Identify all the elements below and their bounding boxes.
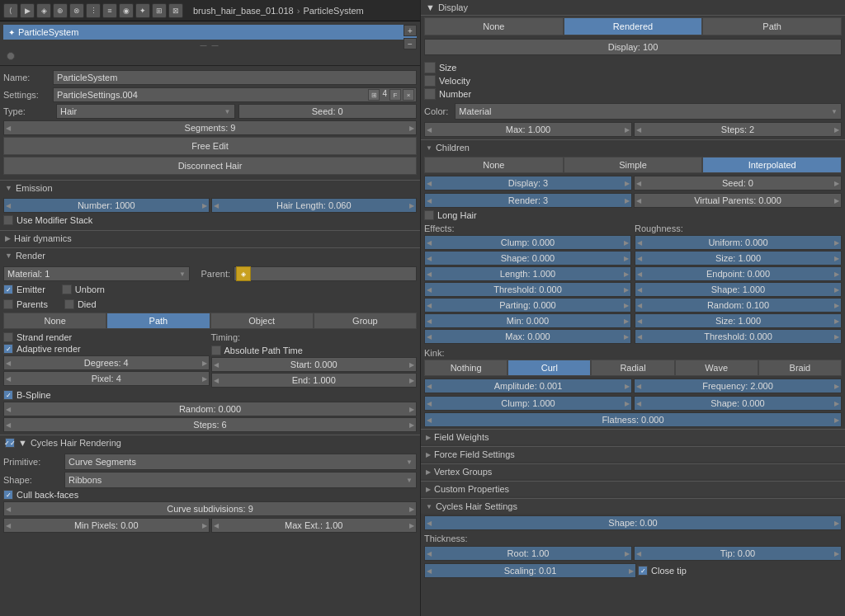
length-field[interactable]: ◀ Length: 1.000 ▶ <box>424 266 631 281</box>
render-tab-none[interactable]: None <box>3 313 106 329</box>
parents-cb[interactable] <box>3 299 13 309</box>
children-tab-interpolated[interactable]: Interpolated <box>702 157 842 173</box>
parting-field[interactable]: ◀ Parting: 0.000 ▶ <box>424 298 631 313</box>
k-shape-field[interactable]: ◀ Shape: 0.000 ▶ <box>634 396 842 411</box>
field-weights-header[interactable]: Field Weights <box>421 429 845 444</box>
shape-dropdown[interactable]: Ribbons ▼ <box>64 472 417 488</box>
uniform-field[interactable]: ◀ Uniform: 0.000 ▶ <box>635 235 842 250</box>
bspline-cb[interactable] <box>3 390 13 400</box>
settings-field[interactable]: ParticleSettings.004 ⊞ 4 F × <box>53 87 417 102</box>
flatness-field[interactable]: ◀ Flatness: 0.000 ▶ <box>424 412 842 427</box>
unborn-cb[interactable] <box>62 284 72 294</box>
adaptive-render-cb[interactable] <box>3 344 13 354</box>
toolbar-icon-11[interactable]: ⊠ <box>168 3 183 18</box>
min-pixels-field[interactable]: ◀ Min Pixels: 0.00 ▶ <box>3 518 210 533</box>
render-tab-path[interactable]: Path <box>106 313 210 329</box>
cycles-header[interactable]: ✓ ▼ Cycles Hair Rendering <box>0 435 420 450</box>
max-field[interactable]: ◀ Max: 1.000 ▶ <box>424 122 632 137</box>
min-field[interactable]: ◀ Min: 0.000 ▶ <box>424 313 631 328</box>
close-tip-cb[interactable] <box>638 566 648 576</box>
use-modifier-stack-cb[interactable] <box>3 215 13 225</box>
steps-field-r[interactable]: ◀ Steps: 2 ▶ <box>634 122 842 137</box>
toolbar-icon-7[interactable]: ≡ <box>102 3 117 18</box>
toolbar-icon-3[interactable]: ◈ <box>36 3 51 18</box>
k-clump-field[interactable]: ◀ Clump: 1.000 ▶ <box>424 396 632 411</box>
toolbar-icon-2[interactable]: ▶ <box>20 3 35 18</box>
children-tab-none[interactable]: None <box>424 157 564 173</box>
kink-tab-radial[interactable]: Radial <box>591 360 674 376</box>
died-cb[interactable] <box>64 299 74 309</box>
cycles-enabled-cb[interactable]: ✓ <box>5 438 15 448</box>
emission-header[interactable]: ▼ Emission <box>0 180 420 195</box>
custom-properties-header[interactable]: Custom Properties <box>421 481 845 496</box>
velocity-cb[interactable] <box>424 75 436 87</box>
seed-field[interactable]: Seed: 0 <box>238 104 418 119</box>
end-field[interactable]: ◀ End: 1.000 ▶ <box>211 373 418 388</box>
display-tab-path[interactable]: Path <box>702 17 842 35</box>
r-size2-field[interactable]: ◀ Size: 1.000 ▶ <box>635 313 842 328</box>
seed-0-field[interactable]: ◀ Seed: 0 ▶ <box>634 176 842 190</box>
settings-icon-f[interactable]: F <box>389 89 401 101</box>
color-dropdown[interactable]: Material ▼ <box>455 103 842 120</box>
cull-back-faces-cb[interactable] <box>3 490 13 500</box>
hair-dynamics-header[interactable]: ▶ Hair dynamics <box>0 230 420 246</box>
tip-field[interactable]: ◀ Tip: 0.00 ▶ <box>634 546 842 561</box>
kink-tab-braid[interactable]: Braid <box>758 360 842 376</box>
r-size-field[interactable]: ◀ Size: 1.000 ▶ <box>635 251 842 266</box>
list-add-btn[interactable]: + <box>404 25 417 36</box>
disconnect-btn[interactable]: Disconnect Hair <box>3 157 417 175</box>
size-cb[interactable] <box>424 62 436 73</box>
steps-field[interactable]: ◀ Steps: 6 ▶ <box>3 417 417 432</box>
kink-tab-wave[interactable]: Wave <box>675 360 758 376</box>
display-tab-rendered[interactable]: Rendered <box>564 17 703 35</box>
cycles-hair-settings-header[interactable]: Cycles Hair Settings <box>421 498 845 514</box>
free-edit-btn[interactable]: Free Edit <box>3 137 417 155</box>
force-field-header[interactable]: Force Field Settings <box>421 446 845 462</box>
strand-render-cb[interactable] <box>3 332 13 342</box>
emitter-cb[interactable] <box>3 284 13 294</box>
settings-icon-x[interactable]: × <box>403 89 414 101</box>
pixel-field[interactable]: ◀ Pixel: 4 ▶ <box>3 371 210 386</box>
toolbar-icon-8[interactable]: ◉ <box>119 3 134 18</box>
display-3-field[interactable]: ◀ Display: 3 ▶ <box>424 176 632 190</box>
type-dropdown[interactable]: Hair ▼ <box>56 104 235 119</box>
r-shape-field[interactable]: ◀ Shape: 1.000 ▶ <box>635 282 842 297</box>
kink-tab-nothing[interactable]: Nothing <box>424 360 507 376</box>
shape-eff-field[interactable]: ◀ Shape: 0.000 ▶ <box>424 251 631 266</box>
absolute-path-cb[interactable] <box>211 346 221 355</box>
root-field[interactable]: ◀ Root: 1.00 ▶ <box>424 546 632 561</box>
primitive-dropdown[interactable]: Curve Segments ▼ <box>64 454 417 470</box>
toolbar-icon-10[interactable]: ⊞ <box>152 3 167 18</box>
max-eff-field[interactable]: ◀ Max: 0.000 ▶ <box>424 329 631 344</box>
render-tab-object[interactable]: Object <box>210 313 314 329</box>
display-100[interactable]: Display: 100 <box>424 39 842 55</box>
material-field[interactable]: Material: 1 ▼ <box>3 266 190 281</box>
toolbar-icon-9[interactable]: ✦ <box>135 3 150 18</box>
number-cb[interactable] <box>424 88 436 100</box>
random-field[interactable]: ◀ Random: 0.000 ▶ <box>3 402 417 416</box>
degrees-field[interactable]: ◀ Degrees: 4 ▶ <box>3 355 210 370</box>
frequency-field[interactable]: ◀ Frequency: 2.000 ▶ <box>634 379 842 393</box>
name-input[interactable] <box>53 70 417 85</box>
parent-field[interactable]: ◈ <box>234 266 417 281</box>
display-tab-none[interactable]: None <box>424 17 564 35</box>
virtual-parents-field[interactable]: ◀ Virtual Parents: 0.000 ▶ <box>634 193 842 208</box>
children-header[interactable]: ▼ Children <box>421 139 845 155</box>
clump-field[interactable]: ◀ Clump: 0.000 ▶ <box>424 235 631 250</box>
render-3-field[interactable]: ◀ Render: 3 ▶ <box>424 193 632 208</box>
render-tab-group[interactable]: Group <box>314 313 417 329</box>
long-hair-cb[interactable] <box>424 210 434 220</box>
number-field[interactable]: ◀ Number: 1000 ▶ <box>3 198 210 213</box>
r-threshold-field[interactable]: ◀ Threshold: 0.000 ▶ <box>635 329 842 344</box>
start-field[interactable]: ◀ Start: 0.000 ▶ <box>211 357 418 372</box>
threshold-field[interactable]: ◀ Threshold: 0.000 ▶ <box>424 282 631 297</box>
curve-subdivisions-field[interactable]: ◀ Curve subdivisions: 9 ▶ <box>3 501 417 516</box>
max-ext-field[interactable]: ◀ Max Ext.: 1.00 ▶ <box>211 518 418 533</box>
random-field-r[interactable]: ◀ Random: 0.100 ▶ <box>635 298 842 313</box>
toolbar-icon-4[interactable]: ⊕ <box>53 3 68 18</box>
render-header[interactable]: ▼ Render <box>0 247 420 263</box>
segments-field[interactable]: ◀ Segments: 9 ▶ <box>3 120 417 135</box>
endpoint-field[interactable]: ◀ Endpoint: 0.000 ▶ <box>635 266 842 281</box>
children-tab-simple[interactable]: Simple <box>564 157 703 173</box>
particle-list-item[interactable]: ✦ ParticleSystem <box>3 25 417 40</box>
